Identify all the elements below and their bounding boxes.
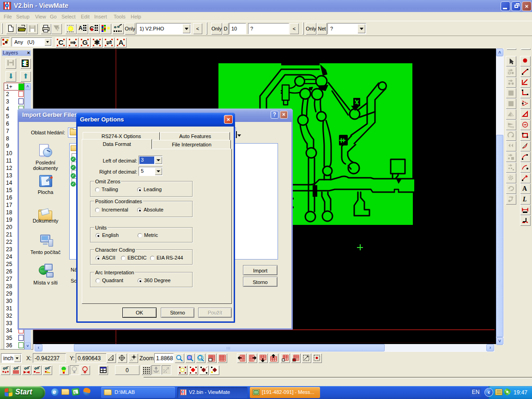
svg-text:A: A: [522, 185, 527, 192]
svg-text:L: L: [522, 196, 527, 203]
